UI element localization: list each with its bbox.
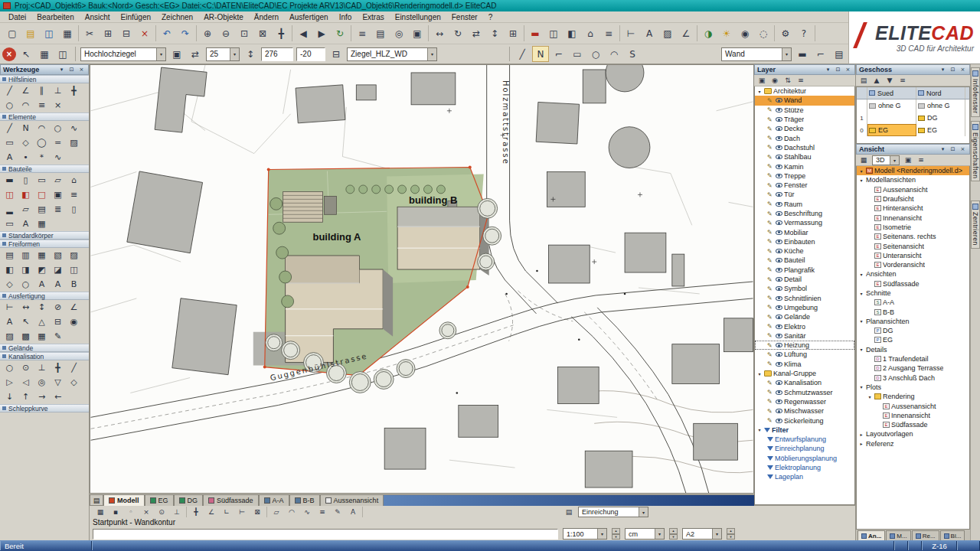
view-item[interactable]: E Draufsicht (857, 194, 969, 204)
room-label-icon[interactable]: A (18, 217, 34, 231)
visibility-eye-icon[interactable] (776, 334, 782, 338)
unit-combo[interactable]: cm ▾ (625, 528, 665, 540)
scale-combo[interactable]: 1:100 ▾ (563, 528, 607, 540)
edit-pencil-icon[interactable]: ✎ (767, 135, 774, 142)
expand-arrow-icon[interactable]: ▾ (756, 427, 763, 432)
layer-item[interactable]: ✎ Klima (755, 360, 854, 369)
element-type-combo[interactable]: Wand ▾ (721, 47, 792, 61)
polyline-icon[interactable]: N (18, 121, 34, 135)
shaft-icon[interactable]: ⊙ (18, 360, 34, 375)
view-item[interactable]: S B-B (857, 307, 969, 316)
spline-icon[interactable]: ∿ (66, 121, 82, 135)
draw-line-icon[interactable]: ╱ (514, 46, 531, 62)
edit-pencil-icon[interactable]: ✎ (767, 314, 774, 321)
open-file-icon[interactable]: ▤ (22, 25, 39, 41)
param-rectangle-icon[interactable]: ▱ (270, 507, 283, 517)
storey-up-icon[interactable]: ▲ (871, 76, 883, 86)
text-icon[interactable]: A (641, 25, 658, 41)
plan-phase-combo[interactable]: Einreichung ▾ (578, 507, 648, 517)
param-spline-icon[interactable]: ∿ (300, 507, 314, 517)
layer-item[interactable]: ✎ Kanalisation (755, 378, 854, 387)
view-item[interactable]: E Innenansicht (857, 411, 969, 420)
select-element-icon[interactable]: ↖ (18, 46, 34, 62)
visibility-eye-icon[interactable] (776, 249, 782, 253)
expand-arrow-icon[interactable]: ▸ (858, 432, 864, 437)
plan-sheet-icon[interactable]: ▤ (562, 507, 576, 517)
pan-icon[interactable]: ╋ (273, 25, 289, 41)
visibility-eye-icon[interactable] (776, 240, 782, 244)
visibility-eye-icon[interactable] (776, 220, 782, 225)
layer-item[interactable]: ✎ Symbol (755, 284, 854, 293)
layer-item[interactable]: ✎ Fenster (755, 181, 854, 190)
step-down-icon[interactable]: ▼ (612, 534, 620, 540)
visibility-eye-icon[interactable] (776, 305, 782, 310)
layer-state-icon[interactable]: ◉ (769, 76, 781, 86)
chevron-down-icon[interactable]: ▾ (57, 66, 66, 74)
chevron-down-icon[interactable]: ▾ (427, 48, 436, 60)
stair-tool-icon[interactable]: ≡ (600, 25, 617, 41)
draw-arc-icon[interactable]: ◠ (606, 46, 622, 62)
solid-cut-icon[interactable]: ◪ (50, 262, 66, 277)
view-list-icon[interactable]: ▦ (858, 155, 870, 165)
side-tab[interactable]: Eigenschaften (971, 121, 980, 181)
paper-format-combo[interactable]: A2 ▾ (682, 528, 722, 540)
side-tab[interactable]: Infofenster (971, 67, 980, 117)
zoom-in-icon[interactable]: ⊕ (199, 25, 216, 41)
edit-pencil-icon[interactable]: ✎ (767, 342, 774, 349)
text-element-icon[interactable]: A (2, 150, 18, 165)
layer-item[interactable]: ✎ Stütze (755, 106, 854, 115)
pin-icon[interactable]: ⊡ (949, 66, 957, 74)
visibility-eye-icon[interactable] (776, 192, 782, 197)
chevron-down-icon[interactable]: ▾ (597, 529, 606, 539)
foundation-icon[interactable]: ▂ (2, 202, 18, 217)
detail-mark-icon[interactable]: ◉ (66, 315, 82, 329)
view-item[interactable]: E Innenansicht (857, 213, 969, 222)
tool-section-header[interactable]: Schleppkurve (0, 404, 89, 412)
visibility-eye-icon[interactable] (776, 165, 782, 169)
wall-icon[interactable]: ▬ (2, 173, 18, 187)
edit-pencil-icon[interactable]: ✎ (767, 248, 774, 255)
guide-delete-icon[interactable]: × (50, 98, 66, 112)
snap-endpoint-icon[interactable]: ▪ (109, 507, 122, 517)
material-props-icon[interactable]: ▣ (168, 46, 185, 62)
chevron-down-icon[interactable]: ▾ (939, 145, 947, 154)
scale-stepper[interactable]: ▲▼ (612, 528, 620, 540)
layer-manager-icon[interactable]: ≡ (354, 25, 371, 41)
layer-item[interactable]: ✎ Regenwasser (755, 397, 854, 406)
roof-tool-icon[interactable]: ⌂ (582, 25, 599, 41)
view-options-icon[interactable]: ≡ (915, 155, 927, 165)
visibility-eye-icon[interactable] (776, 277, 782, 282)
view-item[interactable]: ▾ Details (857, 345, 969, 354)
layer-item[interactable]: ✎ Schnittlinien (755, 294, 854, 303)
wall-params-icon[interactable]: ▤ (831, 46, 848, 62)
format-stepper[interactable]: ▲▼ (727, 528, 735, 540)
pipe-icon[interactable]: ○ (2, 360, 18, 375)
storey-cell-nord[interactable]: ohne G (916, 99, 965, 112)
storey-manager-icon[interactable]: ▤ (372, 25, 389, 41)
cancel-action-icon[interactable]: × (2, 47, 16, 61)
revolve-icon[interactable]: ▧ (50, 248, 66, 262)
draw-rect-icon[interactable]: ▭ (569, 46, 586, 62)
dimension-icon[interactable]: ⊢ (622, 25, 639, 41)
wall-corner-icon[interactable]: ⌐ (812, 46, 829, 62)
view-item[interactable]: E Unteransicht (857, 251, 969, 260)
material-combo[interactable]: Hochlochziegel ▾ (80, 47, 166, 61)
visibility-eye-icon[interactable] (776, 324, 782, 329)
view-item[interactable]: ▾ Ansichten (857, 269, 969, 279)
wall-height-field[interactable]: 276 (261, 47, 293, 61)
view-item[interactable]: D 3 Anschluß Dach (857, 373, 969, 383)
curve-c-icon[interactable]: B (66, 277, 82, 292)
tool-section-header[interactable]: Bauteile (0, 165, 89, 173)
rectangle-icon[interactable]: ▭ (2, 135, 18, 150)
edit-pencil-icon[interactable]: ✎ (767, 210, 774, 217)
fill-area-icon[interactable]: ▩ (18, 329, 34, 344)
storey-options-icon[interactable]: ≡ (897, 76, 909, 86)
edit-pencil-icon[interactable]: ✎ (767, 154, 774, 161)
edit-pencil-icon[interactable]: ✎ (767, 229, 774, 236)
document-tab[interactable]: EG (145, 494, 174, 506)
chevron-down-icon[interactable]: ▾ (230, 48, 239, 60)
railing-icon[interactable]: ≣ (50, 202, 66, 217)
close-icon[interactable]: × (77, 66, 86, 74)
visibility-eye-icon[interactable] (776, 399, 782, 404)
edit-pencil-icon[interactable]: ✎ (767, 106, 774, 113)
